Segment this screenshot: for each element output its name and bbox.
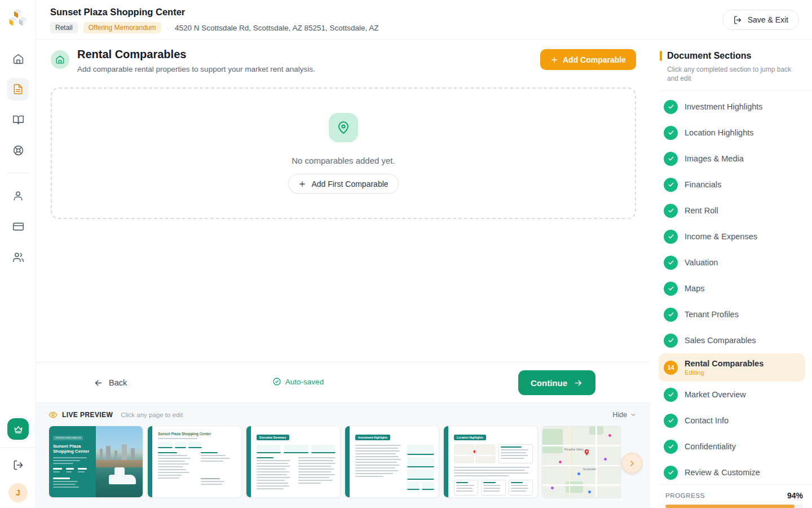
- check-icon: [664, 178, 678, 192]
- nav-billing-button[interactable]: [7, 215, 29, 238]
- section-item-images-media[interactable]: Images & Media: [659, 146, 812, 172]
- section-item-confidentiality[interactable]: Confidentiality: [659, 433, 812, 459]
- nav-team-button[interactable]: [7, 246, 29, 268]
- panel-subtitle: Click any completed section to jump back…: [667, 65, 803, 83]
- users-icon: [12, 251, 24, 263]
- nav-library-button[interactable]: [7, 108, 29, 131]
- section-item-maps[interactable]: Maps: [659, 275, 812, 301]
- section-title: Rental Comparables: [77, 48, 540, 61]
- nav-profile-button[interactable]: [7, 185, 29, 207]
- hide-preview-toggle[interactable]: Hide: [612, 411, 637, 419]
- section-item-location-highlights[interactable]: Location Highlights: [659, 120, 812, 146]
- save-exit-button[interactable]: Save & Exit: [722, 10, 799, 30]
- book-open-icon: [12, 114, 24, 126]
- app-sidebar: J: [0, 0, 36, 508]
- crown-icon: [13, 424, 24, 435]
- nav-home-button[interactable]: [7, 47, 29, 70]
- title-meta-row: Retail Offering Memorandum · 4520 N Scot…: [50, 22, 379, 33]
- autosave-status: Auto-saved: [36, 377, 560, 386]
- separator-dot: ·: [167, 24, 169, 32]
- cover-title: Sunset Plaza Shopping Center: [53, 444, 92, 454]
- main-content: Rental Comparables Add comparable rental…: [36, 40, 650, 362]
- section-item-financials[interactable]: Financials: [659, 172, 812, 198]
- thumb-page-location-highlights[interactable]: Location Highlights: [443, 426, 538, 498]
- section-item-investment-highlights[interactable]: Investment Highlights: [659, 94, 812, 120]
- exec-summary-badge: Executive Summary: [257, 435, 289, 440]
- page-spine: [444, 426, 448, 497]
- top-header: Sunset Plaza Shopping Center Retail Offe…: [36, 0, 812, 40]
- section-item-valuation[interactable]: Valuation: [659, 249, 812, 275]
- next-pages-button[interactable]: [621, 453, 642, 474]
- map-label: Scottsdale: [583, 467, 596, 471]
- document-icon: [12, 84, 24, 95]
- check-circle-icon: [272, 377, 281, 386]
- logout-icon: [12, 459, 24, 471]
- avatar-initial: J: [16, 488, 20, 497]
- wizard-footer: Back Auto-saved Continue: [36, 362, 650, 402]
- check-icon: [664, 282, 678, 296]
- page-title: Sunset Plaza Shopping Center: [50, 7, 185, 17]
- app-logo: [8, 7, 28, 29]
- check-icon: [664, 466, 678, 480]
- section-item-tenant-profiles[interactable]: Tenant Profiles: [659, 301, 812, 327]
- section-item-income-expenses[interactable]: Income & Expenses: [659, 224, 812, 249]
- nav-help-button[interactable]: [7, 139, 29, 161]
- add-first-comparable-button[interactable]: Add First Comparable: [288, 174, 398, 194]
- location-highlights-badge: Location Highlights: [454, 435, 486, 440]
- plus-icon: [298, 180, 306, 188]
- thumb-page-executive-summary[interactable]: Executive Summary: [246, 426, 341, 498]
- progress-value: 94%: [787, 491, 803, 500]
- property-type-badge: Retail: [50, 22, 78, 33]
- section-item-rental-comparables[interactable]: 14 Rental Comparables Editing: [659, 353, 805, 382]
- section-item-contact-info[interactable]: Contact Info: [659, 408, 812, 433]
- check-icon: [664, 126, 678, 140]
- check-icon: [664, 152, 678, 166]
- section-item-market-overview[interactable]: Market Overview: [659, 382, 812, 408]
- section-subtitle: Add comparable rental properties to supp…: [77, 65, 540, 73]
- check-icon: [664, 334, 678, 348]
- sidebar-divider: [0, 447, 36, 448]
- section-item-rent-roll[interactable]: Rent Roll: [659, 198, 812, 224]
- section-item-review-customize[interactable]: Review & Customize: [659, 459, 812, 484]
- save-exit-label: Save & Exit: [748, 15, 788, 24]
- section-item-sales-comparables[interactable]: Sales Comparables: [659, 327, 812, 353]
- empty-state-message: No comparables added yet.: [292, 156, 395, 165]
- user-avatar[interactable]: J: [8, 483, 28, 502]
- add-comparable-button[interactable]: Add Comparable: [540, 49, 636, 70]
- thumb-page-toc[interactable]: Sunset Plaza Shopping Center: [147, 426, 242, 498]
- check-icon: [664, 100, 678, 114]
- live-preview-panel: LIVE PREVIEW Click any page to edit Hide…: [36, 402, 650, 508]
- check-icon: [664, 230, 678, 244]
- chevron-down-icon: [630, 411, 637, 418]
- user-icon: [12, 190, 24, 202]
- investment-highlights-badge: Investment Highlights: [355, 435, 390, 440]
- check-icon: [664, 308, 678, 322]
- page-spine: [246, 426, 251, 497]
- thumb-page-investment-highlights[interactable]: Investment Highlights: [345, 426, 439, 498]
- cover-photo: [96, 426, 143, 497]
- exit-icon: [733, 15, 743, 25]
- check-icon: [664, 256, 678, 270]
- arrow-right-icon: [573, 378, 583, 388]
- continue-button[interactable]: Continue: [518, 370, 595, 395]
- progress-bar: [665, 505, 803, 508]
- map-label: Paradise Valley: [564, 448, 584, 451]
- logout-button[interactable]: [8, 455, 28, 475]
- page-spine: [148, 426, 152, 497]
- map-pin-icon: [329, 113, 358, 142]
- continue-label: Continue: [531, 378, 567, 388]
- document-sections-panel: Document Sections Click any completed se…: [659, 40, 812, 508]
- page-spine: [345, 426, 350, 497]
- upgrade-plan-button[interactable]: [7, 418, 29, 440]
- panel-accent-bar: [660, 51, 662, 61]
- check-icon: [664, 204, 678, 218]
- life-buoy-icon: [12, 144, 24, 156]
- thumb-page-map[interactable]: Paradise Valley Scottsdale: [542, 426, 621, 498]
- map-pin-icon: [583, 449, 590, 456]
- home-icon: [12, 53, 24, 65]
- nav-documents-button[interactable]: [7, 78, 29, 100]
- progress-section: PROGRESS 94%: [659, 484, 812, 508]
- progress-label: PROGRESS: [665, 492, 705, 499]
- credit-card-icon: [12, 221, 24, 233]
- thumb-page-cover[interactable]: OFFERING MEMORANDUM Sunset Plaza Shoppin…: [48, 426, 143, 498]
